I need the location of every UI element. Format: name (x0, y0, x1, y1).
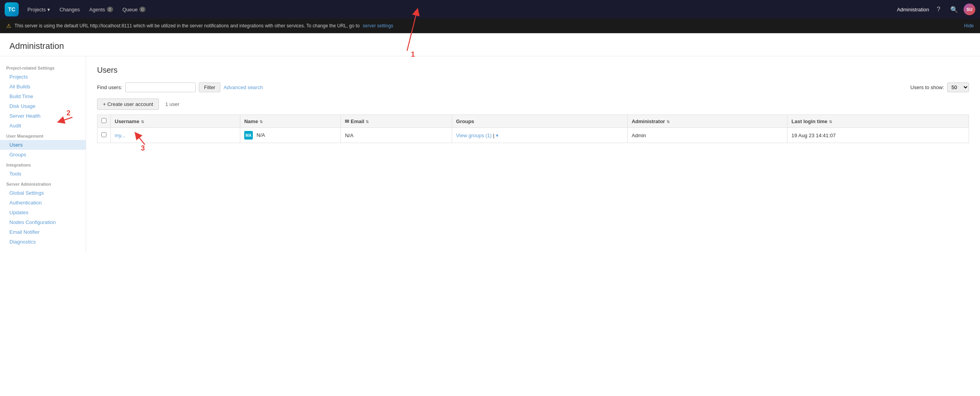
table-header-admin: Administrator ⇅ (627, 115, 787, 128)
sidebar-item-server-health[interactable]: Server Health (0, 111, 86, 121)
name-cell: MA N/A (240, 128, 340, 143)
sidebar: Project-related Settings Projects All Bu… (0, 56, 86, 253)
server-settings-link[interactable]: server settings (363, 23, 393, 29)
find-users-input[interactable] (125, 82, 196, 92)
table-header-name: Name ⇅ (240, 115, 340, 128)
nav-agents[interactable]: Agents 0 (85, 4, 117, 15)
hide-button[interactable]: Hide (964, 23, 974, 29)
sidebar-item-projects[interactable]: Projects (0, 72, 86, 82)
table-header-email: ✉ Email ⇅ (341, 115, 452, 128)
search-icon[interactable]: 🔍 (948, 3, 960, 16)
integrations-label: Integrations (0, 159, 86, 169)
sidebar-item-nodes-config[interactable]: Nodes Configuration (0, 217, 86, 227)
create-user-button[interactable]: + Create user account (97, 99, 159, 110)
page-title: Users (97, 66, 969, 75)
page-header: Administration (0, 33, 980, 56)
sidebar-item-groups[interactable]: Groups (0, 150, 86, 159)
sidebar-item-users[interactable]: Users (0, 140, 86, 150)
sidebar-item-email-notifier[interactable]: Email Notifier (0, 227, 86, 237)
main-content: Users Find users: Filter Advanced search… (86, 56, 980, 253)
username-sort-icon[interactable]: ⇅ (141, 120, 144, 124)
server-admin-label: Server Administration (0, 179, 86, 188)
project-related-label: Project-related Settings (0, 63, 86, 72)
users-to-show-select[interactable]: 50 100 200 (947, 82, 969, 92)
admin-label: Administration (897, 7, 929, 13)
agents-badge: 0 (107, 7, 113, 12)
email-cell: N/A (341, 128, 452, 143)
admin-sort-icon[interactable]: ⇅ (667, 120, 670, 124)
groups-dropdown-icon[interactable]: ▾ (496, 133, 499, 138)
username-cell[interactable]: my... (111, 128, 240, 143)
user-count: 1 user (165, 101, 179, 107)
nav-queue[interactable]: Queue 0 (119, 4, 150, 15)
sidebar-item-all-builds[interactable]: All Builds (0, 82, 86, 91)
users-table: Username ⇅ Name ⇅ ✉ Email ⇅ Groups (97, 115, 969, 143)
content-area: Project-related Settings Projects All Bu… (0, 56, 980, 253)
table-header-last-login: Last login time ⇅ (787, 115, 969, 128)
sidebar-item-disk-usage[interactable]: Disk Usage (0, 101, 86, 111)
table-header-groups: Groups (452, 115, 628, 128)
sidebar-item-diagnostics[interactable]: Diagnostics (0, 237, 86, 247)
user-management-label: User Management (0, 131, 86, 140)
select-all-checkbox[interactable] (101, 118, 106, 123)
name-sort-icon[interactable]: ⇅ (259, 120, 263, 124)
view-groups-link[interactable]: View groups (1) (456, 133, 492, 138)
sidebar-item-authentication[interactable]: Authentication (0, 198, 86, 208)
warning-text: This server is using the default URL htt… (14, 23, 360, 29)
chevron-down-icon: ▾ (47, 7, 50, 13)
nav-projects[interactable]: Projects ▾ (23, 4, 54, 15)
sidebar-item-updates[interactable]: Updates (0, 208, 86, 217)
find-users-row: Find users: Filter Advanced search Users… (97, 82, 969, 92)
last-login-cell: 19 Aug 23 14:41:07 (787, 128, 969, 143)
sidebar-item-audit[interactable]: Audit (0, 121, 86, 131)
email-sort-icon[interactable]: ⇅ (366, 120, 369, 124)
users-to-show-label: Users to show: (910, 84, 944, 90)
sidebar-item-build-time[interactable]: Build Time (0, 91, 86, 101)
table-row: my... MA N/A N/A View groups (1) | ▾ Adm… (97, 128, 969, 143)
nav-changes[interactable]: Changes (56, 4, 84, 15)
row-checkbox[interactable] (101, 132, 106, 137)
table-header-username: Username ⇅ (111, 115, 240, 128)
warning-icon: ⚠ (6, 23, 11, 29)
user-avatar[interactable]: SU (964, 4, 975, 15)
sidebar-item-tools[interactable]: Tools (0, 169, 86, 179)
groups-cell: View groups (1) | ▾ (452, 128, 628, 143)
find-users-label: Find users: (97, 84, 122, 90)
sidebar-item-global-settings[interactable]: Global Settings (0, 188, 86, 198)
advanced-search-link[interactable]: Advanced search (223, 84, 263, 90)
last-login-sort-icon[interactable]: ⇅ (829, 120, 832, 124)
row-checkbox-cell (97, 128, 111, 143)
queue-badge: 0 (139, 7, 146, 12)
warning-bar: ⚠ This server is using the default URL h… (0, 19, 980, 33)
filter-button[interactable]: Filter (199, 82, 220, 92)
help-icon[interactable]: ? (932, 3, 945, 16)
admin-cell: Admin (627, 128, 787, 143)
table-header-checkbox (97, 115, 111, 128)
user-name-avatar: MA (244, 131, 253, 140)
create-user-row: + Create user account 1 user (97, 99, 969, 110)
top-navigation: TC Projects ▾ Changes Agents 0 Queue 0 A… (0, 0, 980, 19)
tc-logo[interactable]: TC (5, 2, 19, 16)
users-to-show: Users to show: 50 100 200 (910, 82, 969, 92)
